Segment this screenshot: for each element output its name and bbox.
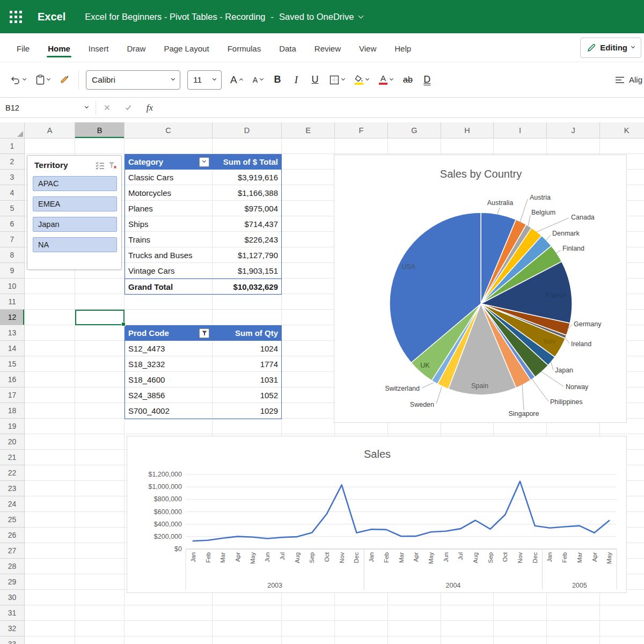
row-header-5[interactable]: 5	[0, 201, 25, 216]
row-header-16[interactable]: 16	[0, 372, 25, 387]
row-header-28[interactable]: 28	[0, 559, 25, 574]
column-header-A[interactable]: A	[25, 122, 75, 138]
increase-font-size-button[interactable]: A	[229, 69, 244, 91]
ribbon-tab-home[interactable]: Home	[39, 35, 79, 60]
bold-button[interactable]: B	[272, 69, 283, 91]
slicer-item-na[interactable]: NA	[33, 237, 117, 252]
slicer-clear-filter-icon[interactable]	[108, 162, 117, 170]
column-header-E[interactable]: E	[282, 122, 335, 138]
pivot-row-label[interactable]: Trains	[125, 232, 213, 247]
pivot-row-value[interactable]: $1,903,151	[213, 263, 281, 279]
pie-chart-sales-by-country[interactable]: Sales by CountryAustraliaAustriaBelgiumC…	[334, 155, 627, 423]
pivot-row-value[interactable]: 1052	[213, 387, 281, 403]
ribbon-tab-draw[interactable]: Draw	[118, 35, 155, 60]
pivot-header-cell[interactable]: Sum of Qty	[213, 325, 281, 341]
saved-status[interactable]: Saved to OneDrive	[279, 12, 354, 22]
pivot-header-cell[interactable]: Sum of $ Total	[213, 154, 281, 170]
decrease-font-size-button[interactable]: A	[251, 69, 265, 91]
row-header-17[interactable]: 17	[0, 387, 25, 403]
row-header-2[interactable]: 2	[0, 154, 25, 170]
row-header-13[interactable]: 13	[0, 325, 25, 341]
slicer-item-japan[interactable]: Japan	[33, 217, 117, 232]
sheet-area[interactable]: Territory APACEMEAJapanNA Category Sum o…	[0, 122, 644, 644]
row-header-10[interactable]: 10	[0, 279, 25, 294]
pivot-row-value[interactable]: 1774	[213, 356, 281, 372]
row-header-30[interactable]: 30	[0, 590, 25, 605]
pivot-row-label[interactable]: S18_3232	[125, 356, 213, 372]
ribbon-tab-page-layout[interactable]: Page Layout	[155, 35, 218, 60]
row-header-19[interactable]: 19	[0, 419, 25, 434]
undo-button[interactable]	[9, 69, 27, 91]
ribbon-tab-review[interactable]: Review	[305, 35, 350, 60]
row-header-9[interactable]: 9	[0, 263, 25, 279]
pivot-row-value[interactable]: $226,243	[213, 232, 281, 247]
column-header-K[interactable]: K	[600, 122, 644, 138]
cancel-button[interactable]	[96, 98, 118, 118]
double-underline-button[interactable]: D	[421, 69, 433, 91]
ribbon-tab-formulas[interactable]: Formulas	[218, 35, 270, 60]
enter-button[interactable]	[118, 98, 139, 118]
row-header-8[interactable]: 8	[0, 247, 25, 263]
pivot-row-label[interactable]: S24_3856	[125, 387, 213, 403]
row-header-14[interactable]: 14	[0, 341, 25, 356]
territory-slicer[interactable]: Territory APACEMEAJapanNA	[27, 155, 122, 270]
grand-total-label[interactable]: Grand Total	[125, 279, 213, 295]
row-header-18[interactable]: 18	[0, 403, 25, 419]
pivot-filter-button[interactable]	[199, 328, 209, 338]
row-header-24[interactable]: 24	[0, 496, 25, 512]
ribbon-tab-view[interactable]: View	[350, 35, 385, 60]
column-header-J[interactable]: J	[547, 122, 600, 138]
pivot-field-dropdown-button[interactable]	[199, 157, 209, 167]
borders-button[interactable]	[328, 69, 346, 91]
document-title[interactable]: Excel for Beginners - Pivot Tables - Rec…	[85, 12, 363, 22]
row-header-6[interactable]: 6	[0, 216, 25, 232]
font-name-select[interactable]: Calibri	[86, 70, 180, 90]
pivot-row-label[interactable]: Planes	[125, 201, 213, 216]
row-header-33[interactable]: 33	[0, 636, 25, 644]
slicer-item-emea[interactable]: EMEA	[33, 196, 117, 211]
pivot-row-value[interactable]: $714,437	[213, 216, 281, 232]
ribbon-tab-data[interactable]: Data	[270, 35, 305, 60]
app-launcher-button[interactable]	[0, 0, 31, 33]
pivot-row-value[interactable]: 1031	[213, 372, 281, 387]
pivot-row-label[interactable]: Classic Cars	[125, 170, 213, 185]
pivot-row-value[interactable]: $3,919,616	[213, 170, 281, 185]
row-header-11[interactable]: 11	[0, 294, 25, 310]
row-header-20[interactable]: 20	[0, 434, 25, 450]
editing-mode-button[interactable]: Editing	[580, 38, 641, 58]
pivot-row-label[interactable]: Ships	[125, 216, 213, 232]
underline-button[interactable]: U	[309, 69, 321, 91]
grand-total-value[interactable]: $10,032,629	[213, 279, 281, 295]
formula-input[interactable]	[160, 98, 644, 118]
row-header-27[interactable]: 27	[0, 543, 25, 559]
row-header-25[interactable]: 25	[0, 512, 25, 528]
paste-button[interactable]	[34, 69, 52, 91]
column-header-D[interactable]: D	[213, 122, 282, 138]
column-header-G[interactable]: G	[388, 122, 441, 138]
font-size-select[interactable]: 11	[187, 70, 222, 90]
pivot-row-value[interactable]: 1024	[213, 341, 281, 356]
ribbon-tab-help[interactable]: Help	[385, 35, 420, 60]
row-header-31[interactable]: 31	[0, 605, 25, 621]
sales-line-series[interactable]	[193, 481, 609, 541]
row-header-23[interactable]: 23	[0, 481, 25, 496]
column-header-H[interactable]: H	[441, 122, 494, 138]
row-header-15[interactable]: 15	[0, 356, 25, 372]
row-header-12[interactable]: 12	[0, 310, 25, 325]
row-header-4[interactable]: 4	[0, 185, 25, 201]
row-header-1[interactable]: 1	[0, 138, 25, 154]
column-header-C[interactable]: C	[125, 122, 213, 138]
row-header-22[interactable]: 22	[0, 465, 25, 481]
pivot-row-value[interactable]: $1,166,388	[213, 185, 281, 201]
strikethrough-button[interactable]: ab	[401, 69, 414, 91]
ribbon-tab-insert[interactable]: Insert	[79, 35, 118, 60]
pivot-row-label[interactable]: S700_4002	[125, 403, 213, 419]
pivot-row-label[interactable]: Trucks and Buses	[125, 247, 213, 263]
row-header-21[interactable]: 21	[0, 450, 25, 465]
pivot-header-cell[interactable]: Category	[125, 154, 213, 170]
slicer-item-apac[interactable]: APAC	[33, 176, 117, 191]
name-box[interactable]: B12	[0, 98, 96, 118]
select-all-corner[interactable]	[0, 122, 25, 138]
row-header-26[interactable]: 26	[0, 528, 25, 543]
row-header-7[interactable]: 7	[0, 232, 25, 247]
